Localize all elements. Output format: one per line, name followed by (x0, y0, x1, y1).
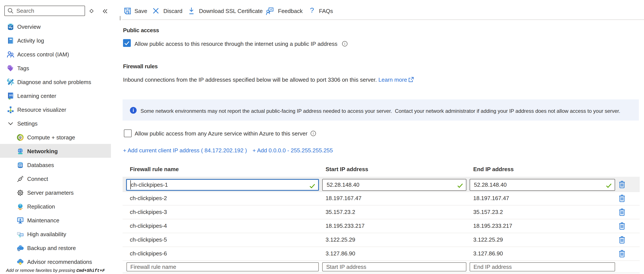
svg-text:DB: DB (19, 164, 22, 167)
svg-text:My: My (9, 26, 13, 29)
svg-text:$: $ (20, 137, 21, 139)
svg-text:101: 101 (9, 94, 13, 97)
